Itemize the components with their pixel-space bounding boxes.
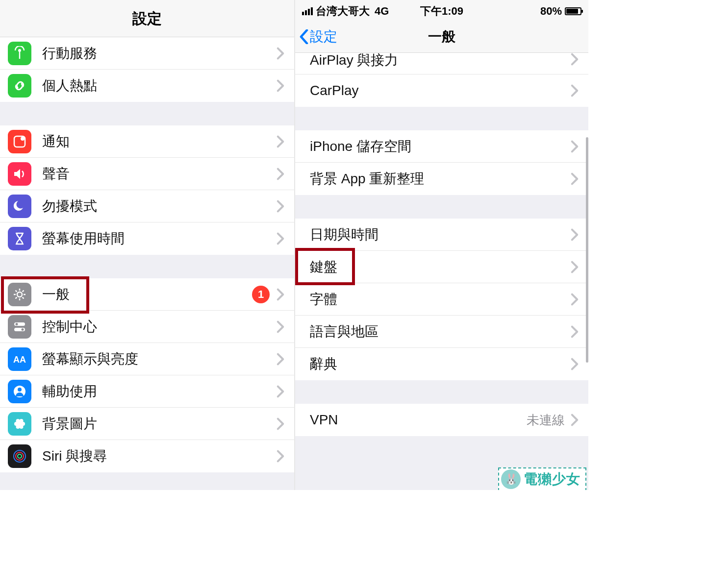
svg-point-15 bbox=[22, 328, 24, 331]
chevron-right-icon bbox=[277, 288, 284, 301]
scrollbar[interactable] bbox=[586, 137, 588, 363]
svg-point-3 bbox=[17, 292, 22, 297]
chevron-right-icon bbox=[571, 261, 579, 273]
row-label: VPN bbox=[310, 412, 527, 428]
row-label: Siri 與搜尋 bbox=[42, 447, 277, 466]
row-label: 字體 bbox=[310, 290, 571, 309]
row-dictionary[interactable]: 辭典 bbox=[295, 348, 588, 380]
antenna-icon bbox=[8, 42, 31, 65]
chevron-right-icon bbox=[571, 325, 579, 338]
row-fonts[interactable]: 字體 bbox=[295, 283, 588, 316]
nav-title: 一般 bbox=[295, 27, 588, 46]
battery-percent: 80% bbox=[540, 5, 562, 18]
row-screentime[interactable]: 螢幕使用時間 bbox=[0, 222, 294, 255]
row-controlcenter[interactable]: 控制中心 bbox=[0, 311, 294, 343]
chevron-right-icon bbox=[571, 172, 579, 185]
screen-general: 台湾大哥大 4G 下午1:09 80% 設定 一般 AirPlay 與接力 Ca… bbox=[294, 0, 588, 490]
row-label: 螢幕使用時間 bbox=[42, 229, 277, 248]
row-label: 通知 bbox=[42, 132, 277, 151]
watermark-text: 電獺少女 bbox=[524, 470, 580, 489]
mascot-icon: 🐰 bbox=[501, 469, 521, 489]
row-notifications[interactable]: 通知 bbox=[0, 125, 294, 158]
chevron-right-icon bbox=[277, 168, 284, 180]
row-label: 勿擾模式 bbox=[42, 197, 277, 216]
chevron-right-icon bbox=[277, 417, 284, 430]
hourglass-icon bbox=[8, 227, 31, 250]
row-label: 鍵盤 bbox=[310, 258, 571, 276]
back-button[interactable]: 設定 bbox=[295, 27, 337, 46]
row-sound[interactable]: 聲音 bbox=[0, 158, 294, 190]
chevron-left-icon bbox=[299, 29, 309, 44]
chevron-right-icon bbox=[571, 84, 579, 97]
row-langregion[interactable]: 語言與地區 bbox=[295, 316, 588, 348]
chevron-right-icon bbox=[277, 232, 284, 245]
gear-icon bbox=[8, 283, 31, 306]
svg-line-7 bbox=[16, 297, 17, 298]
svg-point-25 bbox=[18, 422, 22, 426]
siri-icon bbox=[8, 444, 31, 468]
screen-settings: 設定 行動服務個人熱點通知聲音勿擾模式螢幕使用時間一般1控制中心AA螢幕顯示與亮… bbox=[0, 0, 294, 490]
signal-icon bbox=[302, 7, 313, 15]
svg-point-2 bbox=[21, 137, 25, 141]
toggles-icon bbox=[8, 315, 31, 339]
svg-point-0 bbox=[18, 49, 21, 52]
flower-icon bbox=[8, 412, 31, 436]
svg-point-14 bbox=[16, 323, 18, 325]
row-label: 背景 App 重新整理 bbox=[310, 170, 571, 188]
chevron-right-icon bbox=[277, 47, 284, 60]
badge: 1 bbox=[252, 286, 270, 303]
aa-icon: AA bbox=[8, 347, 31, 371]
row-label: 螢幕顯示與亮度 bbox=[42, 350, 277, 368]
row-label: CarPlay bbox=[310, 83, 571, 98]
row-label: 語言與地區 bbox=[310, 322, 571, 341]
svg-point-27 bbox=[16, 452, 24, 460]
row-label: 控制中心 bbox=[42, 318, 277, 336]
network-type: 4G bbox=[375, 5, 389, 18]
link-icon bbox=[8, 74, 31, 98]
chevron-right-icon bbox=[571, 140, 579, 153]
row-keyboard[interactable]: 鍵盤 bbox=[295, 251, 588, 283]
row-label: 辭典 bbox=[310, 355, 571, 373]
chevron-right-icon bbox=[277, 353, 284, 366]
row-dnd[interactable]: 勿擾模式 bbox=[0, 190, 294, 222]
row-label: 輔助使用 bbox=[42, 382, 277, 401]
chevron-right-icon bbox=[571, 358, 579, 370]
chevron-right-icon bbox=[571, 53, 579, 66]
chevron-right-icon bbox=[277, 79, 284, 92]
row-label: iPhone 儲存空間 bbox=[310, 137, 571, 156]
row-datetime[interactable]: 日期與時間 bbox=[295, 219, 588, 251]
chevron-right-icon bbox=[277, 200, 284, 213]
svg-line-9 bbox=[16, 290, 17, 292]
row-bgrefresh[interactable]: 背景 App 重新整理 bbox=[295, 163, 588, 195]
svg-line-11 bbox=[23, 290, 24, 292]
row-storage[interactable]: iPhone 儲存空間 bbox=[295, 130, 588, 163]
row-label: 聲音 bbox=[42, 165, 277, 183]
row-label: AirPlay 與接力 bbox=[310, 53, 440, 68]
row-general[interactable]: 一般1 bbox=[0, 278, 294, 311]
row-siri[interactable]: Siri 與搜尋 bbox=[0, 440, 294, 472]
row-wallpaper[interactable]: 背景圖片 bbox=[0, 408, 294, 440]
watermark: 🐰 電獺少女 bbox=[498, 467, 586, 490]
row-label: 個人熱點 bbox=[42, 76, 277, 95]
svg-point-18 bbox=[18, 388, 22, 392]
row-airplay[interactable]: AirPlay 與接力 bbox=[295, 53, 588, 74]
row-label: 日期與時間 bbox=[310, 225, 571, 244]
row-label: 行動服務 bbox=[42, 44, 277, 63]
row-display[interactable]: AA螢幕顯示與亮度 bbox=[0, 343, 294, 375]
speaker-icon bbox=[8, 162, 31, 186]
moon-icon bbox=[8, 195, 31, 218]
row-cellular[interactable]: 行動服務 bbox=[0, 37, 294, 70]
chevron-right-icon bbox=[571, 414, 579, 426]
notif-icon bbox=[8, 130, 31, 153]
row-vpn[interactable]: VPN未連線 bbox=[295, 404, 588, 436]
row-accessibility[interactable]: 輔助使用 bbox=[0, 375, 294, 408]
nav-bar: 設定 一般 bbox=[295, 21, 588, 53]
page-title: 設定 bbox=[0, 0, 294, 37]
chevron-right-icon bbox=[277, 385, 284, 398]
row-carplay[interactable]: CarPlay bbox=[295, 74, 588, 107]
svg-line-5 bbox=[23, 297, 24, 298]
chevron-right-icon bbox=[277, 135, 284, 148]
status-time: 下午1:09 bbox=[395, 4, 488, 19]
chevron-right-icon bbox=[277, 450, 284, 463]
row-hotspot[interactable]: 個人熱點 bbox=[0, 70, 294, 102]
